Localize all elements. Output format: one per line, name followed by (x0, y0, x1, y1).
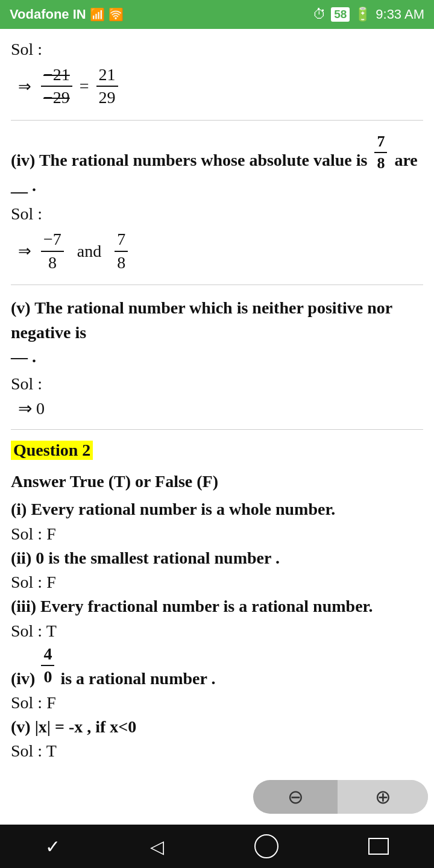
q2-iv-suffix: is a rational number . (60, 669, 215, 688)
q2-sol-iv: Sol : F (11, 693, 423, 712)
answer-iv-denom2: 8 (115, 252, 128, 274)
q2-question-iv-line: (iv) 4 0 is a rational number . (11, 643, 423, 688)
q2-sol-iii: Sol : T (11, 621, 423, 641)
battery-icon: 🔋 (354, 7, 371, 22)
fraction-right: 21 29 (96, 64, 118, 109)
arrow-iv: ⇒ (18, 242, 31, 260)
nav-home-button[interactable] (240, 829, 293, 863)
carrier-info: Vodafone IN 📶 🛜 (10, 7, 124, 22)
q2-item-ii: (ii) 0 is the smallest rational number .… (11, 546, 423, 593)
numer-right: 21 (96, 64, 118, 87)
question-2-section: Question 2 Answer True (T) or False (F) … (11, 441, 423, 761)
question-iv: (iv) The rational numbers whose absolute… (11, 131, 423, 274)
denom-left: −29 (41, 87, 72, 108)
question-iv-blank: __ . (11, 173, 36, 198)
q2-iv-prefix: (iv) (11, 669, 35, 688)
q2-iv-frac-denom: 0 (41, 666, 54, 688)
numer-left: −21 (41, 64, 72, 87)
divider-3 (11, 429, 423, 430)
divider-1 (11, 120, 423, 121)
bottom-navigation: ✓ ◁ (0, 825, 434, 868)
home-icon (254, 834, 278, 858)
answer-fraction-iv-1: −7 8 (41, 228, 64, 274)
denom-right: 29 (96, 87, 118, 108)
answer-iv-numer2: 7 (115, 228, 128, 251)
answer-iv-denom1: 8 (46, 252, 59, 274)
zoom-bar: ⊖ ⊕ (253, 780, 428, 814)
answer-iv-numer1: −7 (41, 228, 64, 251)
q2-iv-frac-numer: 4 (41, 643, 54, 666)
carrier-name: Vodafone IN (10, 7, 86, 22)
time: 9:33 AM (376, 7, 424, 22)
zoom-plus-button[interactable]: ⊕ (338, 780, 428, 814)
q2-question-iii: (iii) Every fractional number is a ratio… (11, 594, 423, 619)
answer-fraction-iv-2: 7 8 (115, 228, 128, 274)
q2-question-v: (v) |x| = -x , if x<0 (11, 715, 423, 740)
zoom-minus-icon: ⊖ (288, 785, 304, 808)
q2-item-iv: (iv) 4 0 is a rational number . Sol : F (11, 643, 423, 712)
arrow-prev: ⇒ (18, 77, 31, 96)
q2-item-iii: (iii) Every fractional number is a ratio… (11, 594, 423, 641)
question-iv-are: are (394, 148, 417, 173)
q2-instruction: Answer True (T) or False (F) (11, 472, 423, 491)
q2-question-i: (i) Every rational number is a whole num… (11, 497, 423, 522)
nav-check-button[interactable]: ✓ (31, 831, 75, 862)
divider-2 (11, 285, 423, 285)
back-icon: ◁ (150, 836, 164, 857)
nav-back-button[interactable]: ◁ (136, 831, 178, 862)
q2-item-i: (i) Every rational number is a whole num… (11, 497, 423, 544)
math-expression-iv: ⇒ −7 8 and 7 8 (18, 228, 423, 274)
q2-iv-fraction: 4 0 (41, 643, 54, 688)
zoom-plus-icon: ⊕ (375, 785, 391, 808)
equals-sign: = (80, 77, 89, 96)
battery-level: 58 (331, 7, 350, 22)
zoom-minus-button[interactable]: ⊖ (253, 780, 338, 814)
question-iv-frac-numer: 7 (374, 131, 387, 153)
nav-recents-button[interactable] (354, 833, 403, 860)
blank-v: — (11, 347, 28, 366)
question-iv-text: (iv) The rational numbers whose absolute… (11, 131, 423, 199)
signal-icon: 📶 (90, 7, 105, 22)
check-icon: ✓ (45, 836, 60, 857)
q2-item-v: (v) |x| = -x , if x<0 Sol : T (11, 715, 423, 761)
question-2-label: Question 2 (11, 441, 93, 460)
q2-sol-ii: Sol : F (11, 573, 423, 592)
sol-label-iv: Sol : (11, 204, 423, 224)
content-area: Sol : ⇒ −21 −29 = 21 29 (iv) The rationa… (0, 29, 434, 825)
and-word: and (77, 242, 101, 261)
fraction-left: −21 −29 (41, 64, 72, 109)
sol-section-prev: Sol : ⇒ −21 −29 = 21 29 (11, 40, 423, 109)
system-icons: ⏱ 58 🔋 9:33 AM (313, 7, 424, 22)
question-v: (v) The rational number which is neither… (11, 296, 423, 418)
sol-label-v: Sol : (11, 374, 423, 394)
question-v-text: (v) The rational number which is neither… (11, 296, 423, 370)
math-expression-prev: ⇒ −21 −29 = 21 29 (18, 64, 423, 109)
alarm-icon: ⏱ (313, 7, 326, 22)
recents-icon (368, 838, 389, 855)
q2-question-ii: (ii) 0 is the smallest rational number . (11, 546, 423, 571)
sol-label-prev: Sol : (11, 40, 423, 59)
question-iv-prefix: (iv) The rational numbers whose absolute… (11, 148, 367, 173)
question-iv-frac-denom: 8 (374, 153, 387, 174)
question-2-label-wrapper: Question 2 (11, 441, 423, 466)
q2-sol-v: Sol : T (11, 741, 423, 761)
question-iv-fraction: 7 8 (374, 131, 387, 174)
wifi-icon: 🛜 (108, 7, 124, 22)
status-bar: Vodafone IN 📶 🛜 ⏱ 58 🔋 9:33 AM (0, 0, 434, 29)
q2-sol-i: Sol : F (11, 524, 423, 544)
answer-v: ⇒ 0 (18, 398, 423, 418)
